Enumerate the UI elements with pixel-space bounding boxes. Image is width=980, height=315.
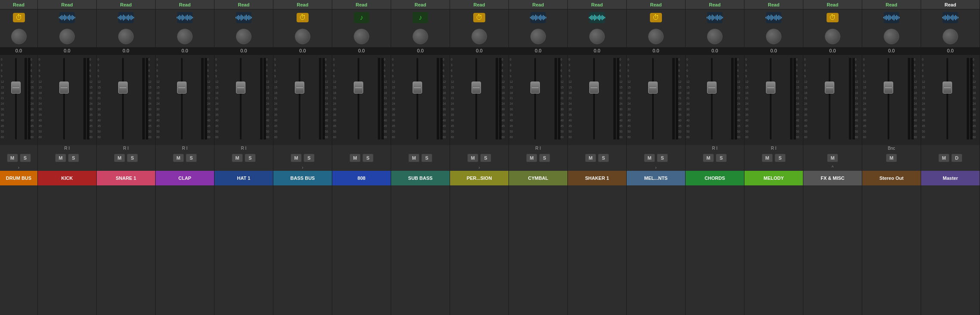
pan-knob-bass-bus[interactable] [295, 29, 310, 44]
read-btn-hat-1[interactable]: Read [214, 0, 273, 9]
solo-808[interactable]: S [362, 154, 374, 162]
fader-track-master[interactable] [946, 58, 948, 139]
solo-drum-bus[interactable]: S [20, 154, 31, 162]
fader-track-cymbal[interactable] [534, 58, 536, 139]
fader-handle-kick[interactable] [59, 82, 69, 94]
pan-knob-shaker-1[interactable] [589, 29, 605, 44]
fader-handle-stereo-out[interactable] [884, 82, 893, 94]
fader-track-clap[interactable] [181, 58, 183, 139]
read-btn-stereo-out[interactable]: Read [862, 0, 921, 9]
pan-knob-snare-1[interactable] [118, 29, 134, 44]
fader-track-kick[interactable] [63, 58, 65, 139]
pan-knob-kick[interactable] [59, 29, 75, 44]
read-btn-mel-nts[interactable]: Read [627, 0, 685, 9]
read-btn-cymbal[interactable]: Read [509, 0, 567, 9]
fader-track-melody[interactable] [770, 58, 772, 139]
mute-per-sion[interactable]: M [467, 154, 478, 162]
fader-track-mel-nts[interactable] [652, 58, 654, 139]
mute-808[interactable]: M [349, 154, 361, 162]
read-btn-clap[interactable]: Read [156, 0, 214, 9]
pan-knob-clap[interactable] [177, 29, 193, 44]
mute-fx-misc[interactable]: M [827, 154, 838, 162]
fader-track-stereo-out[interactable] [888, 58, 889, 139]
pan-knob-drum-bus[interactable] [11, 29, 27, 44]
arrow-bass-bus[interactable]: › [273, 164, 332, 171]
read-btn-per-sion[interactable]: Read [450, 0, 508, 9]
btn-master[interactable]: D [951, 154, 962, 162]
fader-track-snare-1[interactable] [122, 58, 124, 139]
solo-snare-1[interactable]: S [127, 154, 138, 162]
pan-knob-cymbal[interactable] [530, 29, 546, 44]
read-btn-shaker-1[interactable]: Read [568, 0, 626, 9]
fader-handle-shaker-1[interactable] [589, 82, 599, 94]
solo-shaker-1[interactable]: S [598, 154, 609, 162]
fader-handle-clap[interactable] [177, 82, 187, 94]
pan-knob-master[interactable] [943, 29, 958, 44]
read-btn-melody[interactable]: Read [744, 0, 803, 9]
read-btn-kick[interactable]: Read [38, 0, 96, 9]
read-btn-snare-1[interactable]: Read [97, 0, 155, 9]
solo-per-sion[interactable]: S [480, 154, 491, 162]
read-btn-master[interactable]: Read [921, 0, 980, 9]
fader-handle-chords[interactable] [707, 82, 717, 94]
pan-knob-per-sion[interactable] [472, 29, 487, 44]
fader-handle-melody[interactable] [766, 82, 775, 94]
pan-knob-808[interactable] [354, 29, 369, 44]
mute-clap[interactable]: M [173, 154, 184, 162]
mute-kick[interactable]: M [55, 154, 66, 162]
fader-handle-cymbal[interactable] [530, 82, 540, 94]
fader-track-fx-misc[interactable] [829, 58, 830, 139]
solo-chords[interactable]: S [716, 154, 727, 162]
fader-track-drum-bus[interactable] [15, 58, 17, 139]
fader-handle-hat-1[interactable] [236, 82, 245, 94]
pan-knob-mel-nts[interactable] [648, 29, 664, 44]
read-btn-sub-bass[interactable]: Read [391, 0, 450, 9]
arrow-fx-misc[interactable]: ^ [803, 164, 862, 171]
fader-handle-per-sion[interactable] [472, 82, 481, 94]
read-btn-fx-misc[interactable]: Read [803, 0, 862, 9]
fader-track-chords[interactable] [711, 58, 713, 139]
solo-clap[interactable]: S [186, 154, 197, 162]
read-btn-bass-bus[interactable]: Read [273, 0, 332, 9]
mute-chords[interactable]: M [703, 154, 714, 162]
fader-track-per-sion[interactable] [475, 58, 477, 139]
fader-handle-bass-bus[interactable] [295, 82, 304, 94]
pan-knob-stereo-out[interactable] [884, 29, 899, 44]
arrow-per-sion[interactable]: › [450, 164, 508, 171]
fader-handle-808[interactable] [354, 82, 363, 94]
mute-melody[interactable]: M [762, 154, 773, 162]
read-btn-drum-bus[interactable]: Read [0, 0, 37, 9]
fader-handle-mel-nts[interactable] [648, 82, 658, 94]
fader-track-shaker-1[interactable] [593, 58, 595, 139]
solo-bass-bus[interactable]: S [303, 154, 315, 162]
fader-handle-snare-1[interactable] [118, 82, 128, 94]
mute-mel-nts[interactable]: M [644, 154, 655, 162]
mute-snare-1[interactable]: M [114, 154, 125, 162]
solo-hat-1[interactable]: S [245, 154, 256, 162]
mute-bass-bus[interactable]: M [291, 154, 302, 162]
fader-handle-fx-misc[interactable] [825, 82, 834, 94]
solo-cymbal[interactable]: S [539, 154, 550, 162]
pan-knob-fx-misc[interactable] [825, 29, 840, 44]
pan-knob-chords[interactable] [707, 29, 723, 44]
mute-stereo-out[interactable]: M [886, 154, 897, 162]
fader-handle-sub-bass[interactable] [413, 82, 422, 94]
fader-track-bass-bus[interactable] [299, 58, 300, 139]
read-btn-808[interactable]: Read [332, 0, 391, 9]
solo-sub-bass[interactable]: S [421, 154, 432, 162]
read-btn-chords[interactable]: Read [686, 0, 744, 9]
mute-master[interactable]: M [938, 154, 949, 162]
fader-track-sub-bass[interactable] [416, 58, 418, 139]
mute-hat-1[interactable]: M [232, 154, 243, 162]
solo-kick[interactable]: S [68, 154, 79, 162]
arrow-mel-nts[interactable]: › [627, 164, 685, 171]
fader-handle-drum-bus[interactable] [11, 82, 21, 94]
solo-melody[interactable]: S [775, 154, 786, 162]
fader-track-808[interactable] [358, 58, 359, 139]
mute-cymbal[interactable]: M [526, 154, 537, 162]
pan-knob-hat-1[interactable] [236, 29, 251, 44]
pan-knob-melody[interactable] [766, 29, 781, 44]
mute-shaker-1[interactable]: M [585, 154, 596, 162]
mute-drum-bus[interactable]: M [7, 154, 18, 162]
pan-knob-sub-bass[interactable] [413, 29, 428, 44]
